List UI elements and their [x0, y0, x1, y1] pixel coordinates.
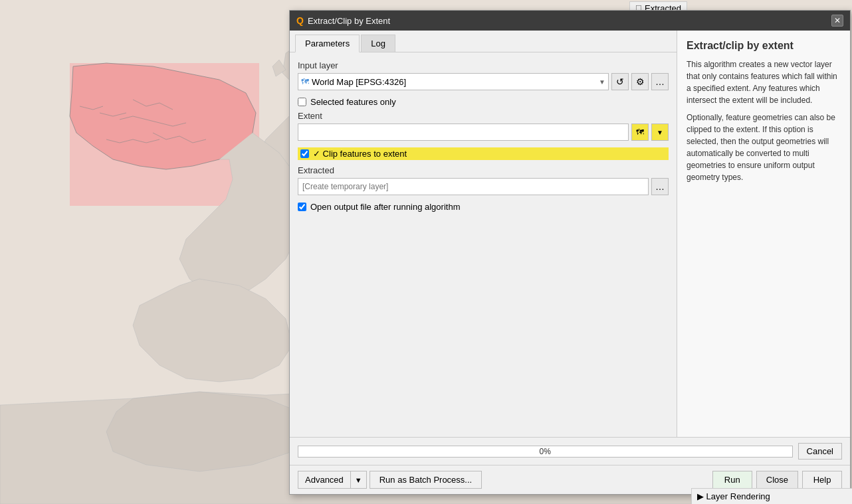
layer-rendering-label: ▶ Layer Rendering — [697, 491, 770, 501]
open-output-row: Open output file after running algorithm — [298, 202, 669, 212]
tabs-bar: Parameters Log — [290, 31, 677, 52]
open-output-label: Open output file after running algorithm — [310, 202, 460, 212]
tab-log[interactable]: Log — [361, 35, 395, 52]
advanced-button[interactable]: Advanced — [298, 471, 351, 488]
more-layer-button[interactable]: … — [651, 73, 669, 90]
progress-area: 0% Cancel — [290, 437, 850, 465]
advanced-dropdown-button[interactable]: ▼ — [351, 471, 366, 488]
progress-text: 0% — [298, 446, 792, 457]
input-layer-row: 🗺 World Map [EPSG:4326] ▼ ↺ ⚙ … — [298, 73, 669, 90]
clip-features-checkbox[interactable] — [300, 149, 309, 158]
run-batch-button[interactable]: Run as Batch Process... — [370, 471, 482, 489]
dialog-body: Parameters Log Input layer 🗺 World Map [… — [290, 31, 850, 437]
extent-map-button[interactable]: 🗺 — [631, 124, 649, 141]
dialog-titlebar: Q Extract/Clip by Extent ✕ — [290, 11, 850, 31]
input-layer-value: World Map [EPSG:4326] — [312, 77, 596, 87]
open-output-checkbox[interactable] — [298, 203, 306, 211]
help-panel: Extract/clip by extent This algorithm cr… — [677, 31, 850, 437]
selected-features-checkbox[interactable] — [298, 98, 306, 106]
settings-layer-button[interactable]: ⚙ — [631, 73, 649, 90]
dialog-title: Extract/Clip by Extent — [308, 16, 390, 26]
extracted-more-button[interactable]: … — [651, 178, 669, 195]
extracted-row: … — [298, 178, 669, 195]
selected-features-label: Selected features only — [310, 97, 396, 107]
extent-map-icon: 🗺 — [636, 127, 644, 137]
dialog: Q Extract/Clip by Extent ✕ Parameters Lo… — [289, 10, 851, 495]
extent-label: Extent — [298, 111, 669, 121]
input-layer-label: Input layer — [298, 60, 669, 70]
bottom-right-buttons: Run Close Help — [712, 471, 842, 489]
clip-features-row: ✓ Clip features to extent — [298, 147, 669, 160]
run-button[interactable]: Run — [712, 471, 752, 489]
dropdown-arrow-layer: ▼ — [599, 78, 605, 86]
help-button[interactable]: Help — [802, 471, 842, 489]
extent-section: Extent -5.559210788,18.052664212,40.5941… — [298, 111, 669, 141]
close-button[interactable]: Close — [756, 471, 798, 489]
extent-input[interactable]: -5.559210788,18.052664212,40.594136982,5… — [298, 124, 629, 141]
left-panel: Parameters Log Input layer 🗺 World Map [… — [290, 31, 677, 437]
qgis-icon: Q — [296, 15, 304, 26]
extent-dropdown-icon: ▼ — [657, 129, 663, 136]
extracted-input[interactable] — [298, 178, 649, 195]
selected-features-row: Selected features only — [298, 97, 669, 107]
refresh-layer-button[interactable]: ↺ — [611, 73, 629, 90]
help-paragraph-1: This algorithm creates a new vector laye… — [687, 58, 841, 106]
clip-features-label: ✓ Clip features to extent — [313, 149, 407, 159]
layer-icon: 🗺 — [301, 77, 309, 86]
extracted-label: Extracted — [298, 165, 669, 175]
dialog-close-button[interactable]: ✕ — [831, 15, 843, 27]
extent-more-button[interactable]: ▼ — [651, 124, 669, 141]
extracted-section: Extracted … — [298, 165, 669, 195]
bottom-left-buttons: Advanced ▼ Run as Batch Process... — [298, 471, 482, 489]
layer-rendering-panel[interactable]: ▶ Layer Rendering — [691, 488, 852, 504]
input-layer-section: Input layer 🗺 World Map [EPSG:4326] ▼ ↺ … — [298, 60, 669, 90]
extent-row: -5.559210788,18.052664212,40.594136982,5… — [298, 124, 669, 141]
advanced-button-group: Advanced ▼ — [298, 471, 367, 489]
help-paragraph-2: Optionally, feature geometries can also … — [687, 112, 841, 183]
progress-bar-container: 0% — [298, 446, 793, 458]
tab-parameters[interactable]: Parameters — [295, 35, 360, 52]
cancel-button[interactable]: Cancel — [798, 443, 842, 460]
tab-content-parameters: Input layer 🗺 World Map [EPSG:4326] ▼ ↺ … — [290, 52, 677, 437]
help-title: Extract/clip by extent — [687, 40, 841, 52]
titlebar-left: Q Extract/Clip by Extent — [296, 15, 390, 26]
